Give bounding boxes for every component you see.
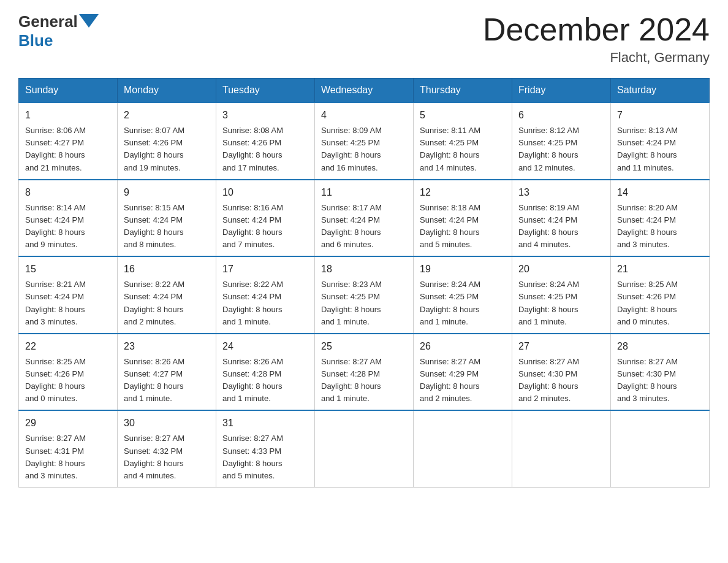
day-info: Sunrise: 8:24 AMSunset: 4:25 PMDaylight:…	[518, 278, 604, 328]
day-info: Sunrise: 8:09 AMSunset: 4:25 PMDaylight:…	[321, 124, 407, 174]
calendar-cell: 8Sunrise: 8:14 AMSunset: 4:24 PMDaylight…	[19, 180, 118, 257]
day-number: 30	[124, 416, 210, 431]
week-row-3: 15Sunrise: 8:21 AMSunset: 4:24 PMDayligh…	[19, 256, 710, 334]
day-number: 11	[321, 185, 407, 200]
calendar-cell: 14Sunrise: 8:20 AMSunset: 4:24 PMDayligh…	[611, 180, 710, 257]
day-number: 14	[617, 185, 703, 200]
day-info: Sunrise: 8:27 AMSunset: 4:33 PMDaylight:…	[222, 432, 308, 482]
day-info: Sunrise: 8:21 AMSunset: 4:24 PMDaylight:…	[25, 278, 111, 328]
calendar-cell: 4Sunrise: 8:09 AMSunset: 4:25 PMDaylight…	[315, 102, 414, 180]
calendar-cell: 18Sunrise: 8:23 AMSunset: 4:25 PMDayligh…	[315, 256, 414, 334]
day-info: Sunrise: 8:23 AMSunset: 4:25 PMDaylight:…	[321, 278, 407, 328]
page-header: General Blue December 2024 Flacht, Germa…	[18, 12, 710, 66]
day-number: 26	[420, 339, 506, 354]
day-number: 16	[124, 262, 210, 277]
day-number: 24	[222, 339, 308, 354]
calendar-cell: 27Sunrise: 8:27 AMSunset: 4:30 PMDayligh…	[512, 334, 611, 411]
day-number: 3	[222, 108, 308, 123]
calendar-cell: 15Sunrise: 8:21 AMSunset: 4:24 PMDayligh…	[19, 256, 118, 334]
day-info: Sunrise: 8:15 AMSunset: 4:24 PMDaylight:…	[124, 202, 210, 251]
calendar-cell: 23Sunrise: 8:26 AMSunset: 4:27 PMDayligh…	[118, 334, 216, 411]
day-number: 23	[124, 339, 210, 354]
day-number: 17	[222, 262, 308, 277]
day-number: 27	[518, 339, 604, 354]
day-info: Sunrise: 8:27 AMSunset: 4:30 PMDaylight:…	[617, 356, 703, 405]
day-number: 2	[124, 108, 210, 123]
day-info: Sunrise: 8:11 AMSunset: 4:25 PMDaylight:…	[420, 124, 506, 174]
day-number: 12	[420, 185, 506, 200]
day-info: Sunrise: 8:25 AMSunset: 4:26 PMDaylight:…	[617, 278, 703, 328]
calendar-cell: 24Sunrise: 8:26 AMSunset: 4:28 PMDayligh…	[216, 334, 315, 411]
calendar-cell	[414, 410, 512, 487]
day-number: 4	[321, 108, 407, 123]
calendar-cell: 3Sunrise: 8:08 AMSunset: 4:26 PMDaylight…	[216, 102, 315, 180]
day-number: 29	[25, 416, 111, 431]
month-title: December 2024	[483, 12, 710, 47]
day-number: 10	[222, 185, 308, 200]
day-number: 18	[321, 262, 407, 277]
calendar-cell: 1Sunrise: 8:06 AMSunset: 4:27 PMDaylight…	[19, 102, 118, 180]
day-info: Sunrise: 8:06 AMSunset: 4:27 PMDaylight:…	[25, 124, 111, 174]
day-number: 15	[25, 262, 111, 277]
weekday-header-thursday: Thursday	[414, 79, 512, 103]
day-info: Sunrise: 8:08 AMSunset: 4:26 PMDaylight:…	[222, 124, 308, 174]
day-info: Sunrise: 8:27 AMSunset: 4:30 PMDaylight:…	[518, 356, 604, 405]
day-info: Sunrise: 8:16 AMSunset: 4:24 PMDaylight:…	[222, 202, 308, 251]
weekday-header-sunday: Sunday	[19, 79, 118, 103]
calendar-cell: 5Sunrise: 8:11 AMSunset: 4:25 PMDaylight…	[414, 102, 512, 180]
calendar-cell: 6Sunrise: 8:12 AMSunset: 4:25 PMDaylight…	[512, 102, 611, 180]
weekday-header-row: SundayMondayTuesdayWednesdayThursdayFrid…	[19, 79, 710, 103]
calendar-cell	[512, 410, 611, 487]
calendar-cell: 29Sunrise: 8:27 AMSunset: 4:31 PMDayligh…	[19, 410, 118, 487]
calendar-cell: 9Sunrise: 8:15 AMSunset: 4:24 PMDaylight…	[118, 180, 216, 257]
svg-marker-0	[79, 14, 99, 28]
day-info: Sunrise: 8:27 AMSunset: 4:28 PMDaylight:…	[321, 356, 407, 405]
calendar-cell: 11Sunrise: 8:17 AMSunset: 4:24 PMDayligh…	[315, 180, 414, 257]
weekday-header-monday: Monday	[118, 79, 216, 103]
day-info: Sunrise: 8:22 AMSunset: 4:24 PMDaylight:…	[222, 278, 308, 328]
calendar-cell	[315, 410, 414, 487]
week-row-2: 8Sunrise: 8:14 AMSunset: 4:24 PMDaylight…	[19, 180, 710, 257]
weekday-header-tuesday: Tuesday	[216, 79, 315, 103]
calendar-cell: 22Sunrise: 8:25 AMSunset: 4:26 PMDayligh…	[19, 334, 118, 411]
day-info: Sunrise: 8:20 AMSunset: 4:24 PMDaylight:…	[617, 202, 703, 251]
day-number: 1	[25, 108, 111, 123]
day-number: 31	[222, 416, 308, 431]
calendar-cell: 26Sunrise: 8:27 AMSunset: 4:29 PMDayligh…	[414, 334, 512, 411]
calendar-cell: 12Sunrise: 8:18 AMSunset: 4:24 PMDayligh…	[414, 180, 512, 257]
day-info: Sunrise: 8:17 AMSunset: 4:24 PMDaylight:…	[321, 202, 407, 251]
day-number: 20	[518, 262, 604, 277]
day-number: 19	[420, 262, 506, 277]
week-row-4: 22Sunrise: 8:25 AMSunset: 4:26 PMDayligh…	[19, 334, 710, 411]
day-number: 5	[420, 108, 506, 123]
calendar-cell: 30Sunrise: 8:27 AMSunset: 4:32 PMDayligh…	[118, 410, 216, 487]
day-info: Sunrise: 8:12 AMSunset: 4:25 PMDaylight:…	[518, 124, 604, 174]
day-number: 25	[321, 339, 407, 354]
day-info: Sunrise: 8:26 AMSunset: 4:27 PMDaylight:…	[124, 356, 210, 405]
day-number: 22	[25, 339, 111, 354]
weekday-header-saturday: Saturday	[611, 79, 710, 103]
logo: General Blue	[18, 12, 99, 50]
calendar-cell: 17Sunrise: 8:22 AMSunset: 4:24 PMDayligh…	[216, 256, 315, 334]
day-info: Sunrise: 8:22 AMSunset: 4:24 PMDaylight:…	[124, 278, 210, 328]
day-info: Sunrise: 8:19 AMSunset: 4:24 PMDaylight:…	[518, 202, 604, 251]
calendar-cell: 19Sunrise: 8:24 AMSunset: 4:25 PMDayligh…	[414, 256, 512, 334]
calendar-cell: 13Sunrise: 8:19 AMSunset: 4:24 PMDayligh…	[512, 180, 611, 257]
calendar-table: SundayMondayTuesdayWednesdayThursdayFrid…	[18, 78, 710, 488]
calendar-cell: 2Sunrise: 8:07 AMSunset: 4:26 PMDaylight…	[118, 102, 216, 180]
calendar-cell	[611, 410, 710, 487]
weekday-header-wednesday: Wednesday	[315, 79, 414, 103]
day-info: Sunrise: 8:25 AMSunset: 4:26 PMDaylight:…	[25, 356, 111, 405]
calendar-cell: 20Sunrise: 8:24 AMSunset: 4:25 PMDayligh…	[512, 256, 611, 334]
logo-general-text: General	[18, 12, 78, 31]
calendar-cell: 31Sunrise: 8:27 AMSunset: 4:33 PMDayligh…	[216, 410, 315, 487]
day-info: Sunrise: 8:14 AMSunset: 4:24 PMDaylight:…	[25, 202, 111, 251]
day-info: Sunrise: 8:27 AMSunset: 4:32 PMDaylight:…	[124, 432, 210, 482]
title-area: December 2024 Flacht, Germany	[483, 12, 710, 66]
calendar-cell: 10Sunrise: 8:16 AMSunset: 4:24 PMDayligh…	[216, 180, 315, 257]
day-number: 7	[617, 108, 703, 123]
week-row-1: 1Sunrise: 8:06 AMSunset: 4:27 PMDaylight…	[19, 102, 710, 180]
day-info: Sunrise: 8:27 AMSunset: 4:29 PMDaylight:…	[420, 356, 506, 405]
calendar-cell: 25Sunrise: 8:27 AMSunset: 4:28 PMDayligh…	[315, 334, 414, 411]
day-number: 13	[518, 185, 604, 200]
